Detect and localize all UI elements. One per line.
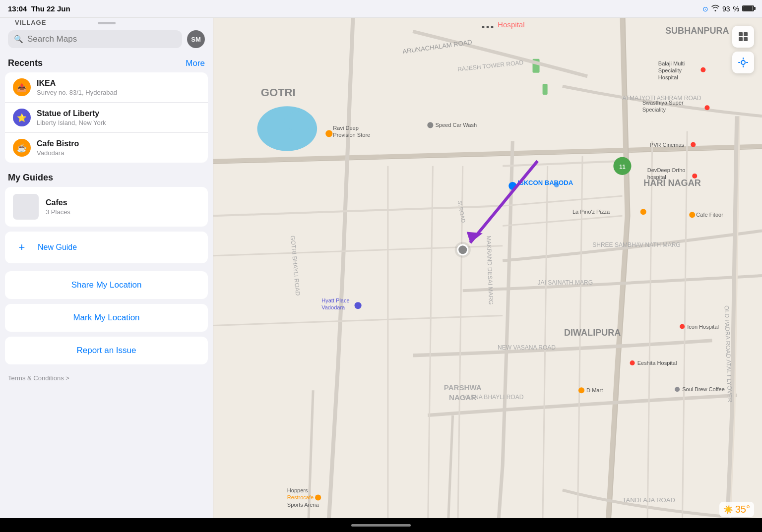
- temperature: 35°: [735, 504, 750, 515]
- svg-point-73: [675, 387, 680, 392]
- svg-text:Hyatt Place: Hyatt Place: [321, 297, 350, 303]
- svg-rect-85: [744, 32, 748, 36]
- new-guide-label: New Guide: [38, 243, 77, 252]
- liberty-name: Statue of Liberty: [37, 109, 106, 118]
- dot2: [487, 26, 489, 28]
- mark-location-button[interactable]: Mark My Location: [5, 304, 208, 332]
- svg-text:11: 11: [619, 164, 625, 170]
- svg-point-62: [689, 212, 695, 218]
- svg-point-46: [427, 122, 433, 128]
- svg-point-4: [284, 111, 314, 131]
- cafes-text: Cafes 3 Places: [46, 198, 70, 216]
- sidebar-scroll: Recents More 📤 IKEA Survey no. 83/1, Hyd…: [0, 52, 213, 532]
- svg-text:hospital: hospital: [647, 174, 666, 180]
- svg-rect-87: [744, 37, 748, 41]
- svg-text:VASNA BHAYLI ROAD: VASNA BHAYLI ROAD: [463, 394, 524, 401]
- liberty-icon: ⭐: [13, 109, 31, 126]
- ikea-icon: 📤: [13, 78, 31, 96]
- svg-text:ISKCON BARODA: ISKCON BARODA: [517, 179, 573, 186]
- cafe-sub: Vadodara: [37, 149, 79, 157]
- svg-text:Soul Brew Coffee: Soul Brew Coffee: [682, 386, 725, 392]
- svg-point-48: [700, 67, 705, 72]
- terms-bar[interactable]: Terms & Conditions >: [0, 368, 213, 388]
- recents-more[interactable]: More: [186, 59, 205, 68]
- svg-point-81: [458, 245, 468, 255]
- map-type-button[interactable]: [732, 26, 754, 48]
- svg-text:La Pino'z Pizza: La Pino'z Pizza: [572, 209, 610, 215]
- svg-text:DIWALIPURA: DIWALIPURA: [564, 328, 621, 338]
- location-icon: ⊙: [702, 5, 708, 13]
- date: Thu 22 Jun: [31, 4, 70, 13]
- svg-text:Hoppers: Hoppers: [287, 487, 308, 493]
- search-icon: 🔍: [14, 35, 23, 44]
- svg-point-43: [325, 130, 332, 137]
- guides-section: My Guides Cafes 3 Places + New Gui: [0, 167, 213, 263]
- search-input-wrapper[interactable]: 🔍: [8, 30, 182, 48]
- svg-text:Eeshita Hospital: Eeshita Hospital: [637, 360, 677, 366]
- svg-text:GOTRI: GOTRI: [261, 86, 296, 99]
- svg-text:Speciality: Speciality: [642, 107, 666, 113]
- svg-point-64: [355, 302, 362, 309]
- svg-text:D Mart: D Mart: [586, 387, 603, 393]
- recent-list: 📤 IKEA Survey no. 83/1, Hyderabad ⭐ Stat…: [5, 72, 208, 163]
- liberty-text: Statue of Liberty Liberty Island, New Yo…: [37, 109, 106, 126]
- guide-card-cafes[interactable]: Cafes 3 Places: [5, 187, 208, 227]
- map-area[interactable]: 11 GOTRI HARI NAGAR DIWALIPURA SUBHANPUR…: [213, 18, 762, 532]
- svg-text:Icon Hospital: Icon Hospital: [687, 324, 719, 330]
- svg-text:TANDLAJA ROAD: TANDLAJA ROAD: [622, 496, 675, 504]
- location-button[interactable]: [732, 52, 754, 73]
- status-bar: 13:04 Thu 22 Jun ⊙ 93%: [0, 0, 762, 18]
- svg-point-88: [741, 60, 745, 64]
- svg-rect-84: [739, 32, 743, 36]
- svg-point-55: [691, 142, 696, 147]
- svg-text:Speed Car Wash: Speed Car Wash: [435, 122, 477, 128]
- battery-percent: 93: [722, 5, 730, 13]
- share-location-button[interactable]: Share My Location: [5, 271, 208, 299]
- svg-point-52: [704, 105, 709, 110]
- dot1: [482, 26, 485, 28]
- cafe-name: Cafe Bistro: [37, 139, 79, 148]
- recent-item-ikea[interactable]: 📤 IKEA Survey no. 83/1, Hyderabad: [5, 72, 208, 103]
- recents-header: Recents More: [0, 52, 213, 72]
- map-three-dots[interactable]: [482, 26, 494, 28]
- map-svg: 11 GOTRI HARI NAGAR DIWALIPURA SUBHANPUR…: [213, 18, 762, 532]
- cafes-thumbnail: [13, 194, 39, 220]
- guides-title: My Guides: [8, 173, 53, 183]
- svg-point-67: [680, 324, 685, 329]
- time: 13:04: [8, 4, 27, 13]
- svg-text:Hospital: Hospital: [498, 20, 524, 29]
- recent-item-liberty[interactable]: ⭐ Statue of Liberty Liberty Island, New …: [5, 103, 208, 133]
- bottom-bar: [0, 518, 762, 532]
- svg-text:Swasthiya Super: Swasthiya Super: [642, 100, 684, 106]
- avatar[interactable]: SM: [187, 30, 205, 48]
- svg-text:Sports Arena: Sports Arena: [287, 502, 319, 508]
- sidebar: VILLAGE 🔍 SM Recents More: [0, 18, 213, 532]
- svg-point-71: [578, 387, 584, 393]
- action-buttons: Share My Location Mark My Location Repor…: [5, 271, 208, 368]
- svg-text:Balaji Multi: Balaji Multi: [658, 60, 685, 66]
- svg-text:Restrocafe &: Restrocafe &: [287, 494, 319, 500]
- svg-text:JAI SAINATH MARG: JAI SAINATH MARG: [538, 279, 593, 286]
- ikea-sub: Survey no. 83/1, Hyderabad: [37, 89, 117, 96]
- new-guide-card[interactable]: + New Guide: [5, 232, 208, 263]
- liberty-sub: Liberty Island, New York: [37, 119, 106, 126]
- sidebar-header: 🔍 SM: [0, 24, 213, 52]
- svg-point-57: [692, 174, 697, 178]
- recents-title: Recents: [8, 58, 43, 68]
- cafe-icon: ☕: [13, 139, 31, 157]
- svg-text:SHREE SAMBHAV NATH MARG: SHREE SAMBHAV NATH MARG: [592, 241, 681, 248]
- svg-rect-2: [543, 84, 548, 95]
- search-input[interactable]: [27, 34, 176, 44]
- guides-header: My Guides: [0, 167, 213, 187]
- svg-text:Hospital: Hospital: [658, 74, 678, 80]
- main-container: VILLAGE 🔍 SM Recents More: [0, 18, 762, 532]
- recent-item-cafe[interactable]: ☕ Cafe Bistro Vadodara: [5, 133, 208, 163]
- home-indicator: [351, 524, 411, 527]
- report-issue-button[interactable]: Report an Issue: [5, 337, 208, 364]
- ikea-text: IKEA Survey no. 83/1, Hyderabad: [37, 79, 117, 96]
- svg-text:PVR Cinemas: PVR Cinemas: [650, 142, 685, 148]
- guides-list: Cafes 3 Places + New Guide: [5, 187, 208, 263]
- svg-text:SUBHANPURA: SUBHANPURA: [665, 26, 729, 36]
- temperature-badge: ☀️ 35°: [719, 502, 754, 517]
- plus-icon: +: [13, 238, 31, 256]
